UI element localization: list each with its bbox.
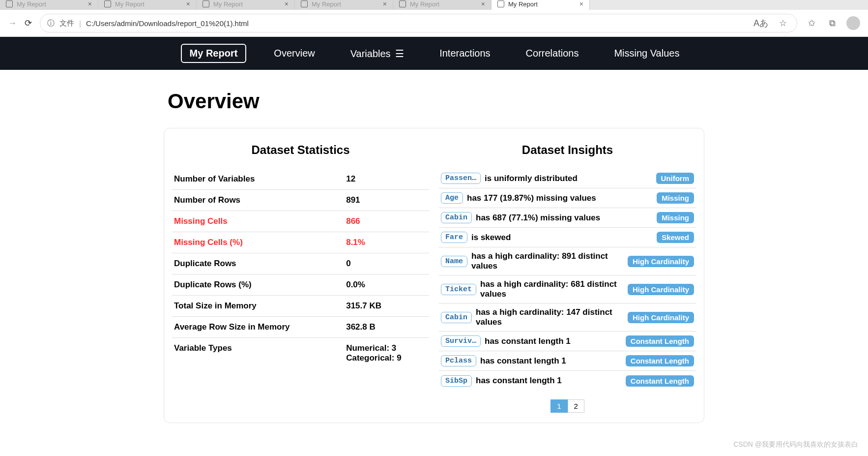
page-icon: [203, 0, 209, 7]
url-text: C:/Users/admin/Downloads/report_01%20(1)…: [86, 19, 746, 28]
page-content: Overview Dataset Statistics Number of Va…: [124, 70, 744, 433]
insight-badge: Skewed: [657, 232, 694, 243]
forward-button[interactable]: →: [8, 18, 17, 29]
insight-row: Passen…is uniformly distributedUniform: [439, 169, 696, 188]
close-icon[interactable]: ×: [481, 0, 485, 8]
stats-label: Number of Rows: [174, 195, 346, 205]
stats-label: Variable Types: [174, 343, 346, 363]
insight-text: has 687 (77.1%) missing values: [476, 213, 653, 223]
insights-pagination: 1 2: [439, 399, 696, 413]
nav-missing-values[interactable]: Missing Values: [606, 45, 687, 62]
info-icon[interactable]: ⓘ: [47, 19, 55, 28]
nav-correlations[interactable]: Correlations: [518, 45, 587, 62]
stats-label: Missing Cells (%): [174, 238, 346, 247]
insight-text: has 177 (19.87%) missing values: [467, 193, 653, 203]
variable-chip[interactable]: Ticket: [441, 284, 476, 295]
variable-chip[interactable]: Surviv…: [441, 335, 481, 347]
browser-tab[interactable]: My Report×: [393, 0, 492, 10]
insight-text: is skewed: [471, 233, 653, 243]
dataset-insights-column: Dataset Insights Passen…is uniformly dis…: [439, 143, 696, 413]
variable-chip[interactable]: Cabin: [441, 312, 472, 323]
refresh-button[interactable]: ⟳: [25, 18, 32, 29]
address-bar[interactable]: ⓘ 文件 | C:/Users/admin/Downloads/report_0…: [40, 14, 797, 32]
browser-tab[interactable]: My Report×: [197, 0, 295, 10]
profile-avatar[interactable]: [846, 16, 860, 30]
stats-label: Average Row Size in Memory: [174, 322, 346, 332]
insight-text: is uniformly distributed: [485, 174, 652, 183]
nav-overview[interactable]: Overview: [266, 45, 322, 62]
address-bar-row: → ⟳ ⓘ 文件 | C:/Users/admin/Downloads/repo…: [0, 10, 868, 37]
browser-tab-active[interactable]: My Report×: [492, 0, 590, 10]
browser-tab[interactable]: My Report×: [0, 0, 98, 10]
stats-row: Duplicate Rows0: [172, 253, 429, 274]
insights-title: Dataset Insights: [439, 143, 696, 157]
page-title: Overview: [168, 90, 704, 113]
insight-row: Pclasshas constant length 1Constant Leng…: [439, 351, 696, 371]
stats-row: Average Row Size in Memory362.8 B: [172, 317, 429, 338]
insight-row: Cabinhas 687 (77.1%) missing valuesMissi…: [439, 208, 696, 228]
page-icon: [399, 0, 406, 7]
close-icon[interactable]: ×: [88, 0, 92, 8]
translate-icon[interactable]: Aあ: [751, 17, 771, 29]
stats-value: 8.1%: [346, 238, 427, 247]
url-scheme-label: 文件: [59, 19, 74, 28]
insight-text: has constant length 1: [480, 356, 622, 366]
variable-chip[interactable]: Pclass: [441, 355, 476, 366]
variable-chip[interactable]: Fare: [441, 232, 467, 243]
stats-value: 12: [346, 174, 427, 184]
stats-label: Total Size in Memory: [174, 301, 346, 311]
stats-row: Duplicate Rows (%)0.0%: [172, 274, 429, 296]
close-icon[interactable]: ×: [285, 0, 289, 8]
add-favorite-icon[interactable]: ☆: [776, 18, 790, 29]
nav-variables[interactable]: Variables ☰: [343, 45, 412, 62]
collections-icon[interactable]: ⧉: [826, 18, 839, 29]
variable-chip[interactable]: Age: [441, 192, 463, 204]
close-icon[interactable]: ×: [383, 0, 387, 8]
page-icon: [6, 0, 13, 7]
insight-row: Cabinhas a high cardinality: 147 distinc…: [439, 304, 696, 332]
close-icon[interactable]: ×: [579, 0, 583, 8]
insight-text: has constant length 1: [476, 376, 622, 386]
insight-row: Fareis skewedSkewed: [439, 228, 696, 247]
stats-title: Dataset Statistics: [172, 143, 429, 157]
favorites-icon[interactable]: ✩: [805, 18, 818, 29]
page-icon: [301, 0, 308, 7]
dataset-statistics-column: Dataset Statistics Number of Variables12…: [172, 143, 429, 413]
close-icon[interactable]: ×: [186, 0, 190, 8]
insight-badge: High Cardinality: [628, 284, 694, 295]
stats-row: Number of Variables12: [172, 169, 429, 190]
insight-text: has constant length 1: [485, 336, 622, 346]
stats-value: 866: [346, 216, 427, 226]
page-icon: [104, 0, 111, 7]
insight-row: Surviv…has constant length 1Constant Len…: [439, 332, 696, 351]
nav-brand[interactable]: My Report: [181, 44, 247, 63]
insight-badge: Constant Length: [626, 355, 694, 366]
variable-chip[interactable]: Cabin: [441, 212, 472, 223]
stats-row: Missing Cells866: [172, 211, 429, 232]
insight-badge: Missing: [657, 212, 694, 223]
stats-row: Total Size in Memory315.7 KB: [172, 296, 429, 317]
page-1-button[interactable]: 1: [550, 399, 567, 413]
stats-label: Duplicate Rows: [174, 259, 346, 269]
stats-label: Number of Variables: [174, 174, 346, 184]
variable-chip[interactable]: Passen…: [441, 173, 481, 184]
insight-text: has a high cardinality: 681 distinct val…: [480, 279, 624, 299]
browser-tab[interactable]: My Report×: [295, 0, 393, 10]
menu-icon: ☰: [395, 48, 404, 60]
variable-chip[interactable]: Name: [441, 256, 467, 267]
report-navbar: My Report Overview Variables ☰ Interacti…: [0, 37, 868, 70]
page-icon: [497, 0, 504, 7]
stats-label: Duplicate Rows (%): [174, 280, 346, 290]
nav-interactions[interactable]: Interactions: [432, 45, 498, 62]
page-2-button[interactable]: 2: [568, 399, 584, 413]
stats-value: 0: [346, 259, 427, 269]
stats-row: Missing Cells (%)8.1%: [172, 232, 429, 253]
stats-row: Number of Rows891: [172, 190, 429, 211]
stats-value: 891: [346, 195, 427, 205]
insight-row: Namehas a high cardinality: 891 distinct…: [439, 247, 696, 275]
insight-badge: Constant Length: [626, 335, 694, 347]
variable-chip[interactable]: SibSp: [441, 375, 472, 387]
browser-tab[interactable]: My Report×: [98, 0, 197, 10]
insight-badge: Missing: [657, 192, 694, 204]
insight-text: has a high cardinality: 147 distinct val…: [476, 307, 624, 327]
